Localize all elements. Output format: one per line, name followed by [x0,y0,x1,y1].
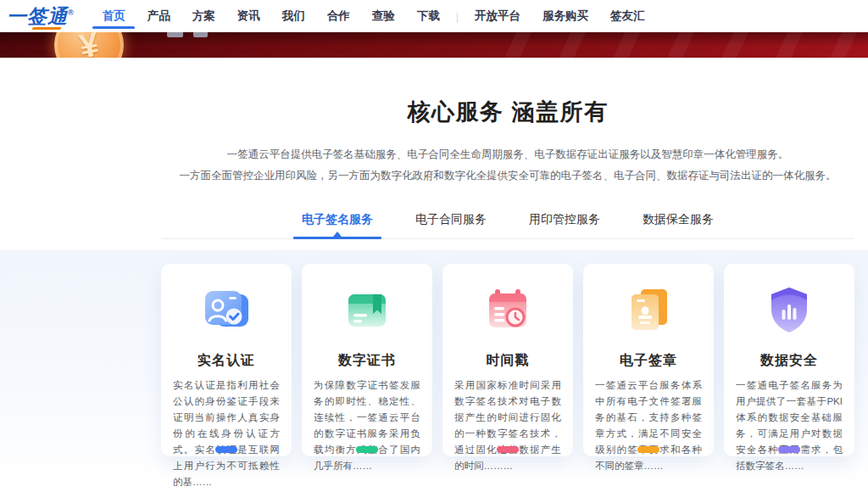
nav-item-service-purchase[interactable]: 服务购买 [531,0,599,32]
tab-seal-control-service[interactable]: 用印管控服务 [520,212,609,238]
card-title: 时间戳 [454,352,561,370]
section-intro: 一签通云平台提供电子签名基础服务、电子合同全生命周期服务、电子数据存证出证服务以… [161,144,854,187]
main-nav: 首页 产品 方案 资讯 我们 合作 查验 下载 | 开放平台 服务购买 签友汇 [92,0,656,32]
card-description: 一签通电子签名服务为用户提供了一套基于PKI体系的数据安全基础服务，可满足用户对… [736,377,843,474]
digital-certificate-icon [340,282,394,337]
hero-banner: ¥ [0,32,868,58]
card-accent-bar [778,446,800,453]
card-digital-certificate[interactable]: 数字证书 为保障数字证书签发服务的即时性、稳定性、连续性，一签通云平台的数字证书… [302,264,432,456]
eseal-document-icon [621,282,676,337]
timestamp-calendar-icon [481,282,535,337]
card-title: 数据安全 [736,352,843,370]
card-accent-bar [497,446,519,453]
tab-contract-service[interactable]: 电子合同服务 [407,212,495,238]
banner-chip [193,32,208,37]
card-accent-bar [215,446,237,453]
card-data-security[interactable]: 数据安全 一签通电子签名服务为用户提供了一套基于PKI体系的数据安全基础服务，可… [724,264,854,456]
card-description: 一签通云平台服务体系中所有电子文件签署服务的基石，支持多种签章方式，满足不同安全… [595,377,702,474]
coin-icon: ¥ [54,32,124,58]
service-cards: 实名认证 实名认证是指利用社会公认的身份鉴证手段来证明当前操作人真实身份的在线身… [161,264,854,456]
brand-logo[interactable]: 一签通® [7,3,75,30]
nav-item-solutions[interactable]: 方案 [181,0,226,32]
brand-name: 一签通 [7,5,68,27]
banner-chip [167,32,183,37]
tab-esign-service[interactable]: 电子签名服务 [293,212,381,238]
card-accent-bar [637,446,659,453]
card-description: 采用国家标准时间采用数字签名技术对电子数据产生的时间进行固化的一种数字签名技术，… [454,377,561,474]
data-security-shield-icon [762,282,816,337]
nav-item-verify[interactable]: 查验 [361,0,406,32]
nav-item-news[interactable]: 资讯 [226,0,271,32]
nav-item-open-platform[interactable]: 开放平台 [464,0,531,32]
card-accent-bar [356,446,378,453]
nav-item-qianyouhui[interactable]: 签友汇 [599,0,656,32]
intro-line-1: 一签通云平台提供电子签名基础服务、电子合同全生命周期服务、电子数据存证出证服务以… [161,144,854,165]
card-eseal[interactable]: 电子签章 一签通云平台服务体系中所有电子文件签署服务的基石，支持多种签章方式，满… [583,264,714,456]
card-title: 数字证书 [314,352,420,370]
card-title: 电子签章 [595,352,702,370]
cards-band: 实名认证 实名认证是指利用社会公认的身份鉴证手段来证明当前操作人真实身份的在线身… [0,250,868,480]
card-description: 为保障数字证书签发服务的即时性、稳定性、连续性，一签通云平台的数字证书服务采用负… [314,377,420,474]
card-realname-auth[interactable]: 实名认证 实名认证是指利用社会公认的身份鉴证手段来证明当前操作人真实身份的在线身… [161,264,292,456]
nav-item-home[interactable]: 首页 [92,0,136,32]
nav-divider: | [451,10,464,23]
tab-data-preservation-service[interactable]: 数据保全服务 [634,212,722,238]
nav-item-download[interactable]: 下载 [406,0,451,32]
nav-item-products[interactable]: 产品 [136,0,181,32]
realname-idcard-icon [199,282,253,337]
yuan-symbol: ¥ [76,32,102,58]
section-title: 核心服务 涵盖所有 [161,97,854,127]
card-description: 实名认证是指利用社会公认的身份鉴证手段来证明当前操作人真实身份的在线身份认证方式… [173,377,280,490]
card-timestamp[interactable]: 时间戳 采用国家标准时间采用数字签名技术对电子数据产生的时间进行固化的一种数字签… [442,264,573,456]
nav-item-cooperation[interactable]: 合作 [316,0,361,32]
top-navigation: 一签通® 首页 产品 方案 资讯 我们 合作 查验 下载 | 开放平台 服务购买… [0,0,868,32]
intro-line-2: 一方面全面管控企业用印风险，另一方面为数字化政府和数字化全提供安全可靠的电子签名… [161,165,854,187]
trademark-symbol: ® [68,8,75,17]
service-tabs: 电子签名服务 电子合同服务 用印管控服务 数据保全服务 [161,212,854,239]
nav-item-about[interactable]: 我们 [271,0,316,32]
card-title: 实名认证 [173,352,280,370]
